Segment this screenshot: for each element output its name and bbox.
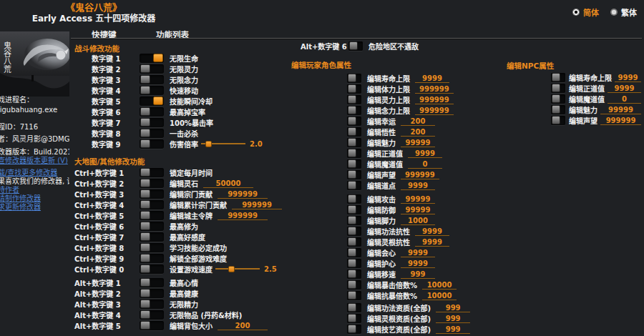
slider-handle[interactable]	[205, 141, 212, 147]
toggle-switch[interactable]	[140, 232, 164, 242]
checkbox[interactable]	[347, 280, 361, 290]
request-make-link[interactable]: 申请制作修改器	[0, 194, 69, 203]
value-input[interactable]: 9999	[415, 227, 449, 236]
checkbox[interactable]	[347, 270, 361, 279]
value-input[interactable]: 200	[401, 117, 435, 126]
value-input[interactable]: 9999	[608, 84, 641, 93]
checkbox[interactable]	[551, 84, 565, 93]
value-input[interactable]: 999999	[415, 85, 454, 94]
checkbox[interactable]	[347, 149, 361, 158]
request-update-link[interactable]: 请求更新修改器	[0, 203, 69, 212]
toggle-switch[interactable]	[140, 254, 164, 263]
toggle-switch[interactable]	[348, 41, 363, 51]
radio-unselected-icon[interactable]	[610, 9, 618, 16]
support-author-link[interactable]: 支持作者	[0, 186, 69, 194]
checkbox[interactable]	[347, 106, 361, 115]
value-input[interactable]: 9999	[401, 260, 435, 268]
checkbox[interactable]	[347, 325, 361, 334]
checkbox[interactable]	[551, 94, 565, 104]
checkbox[interactable]	[347, 181, 361, 190]
toggle-switch[interactable]	[140, 97, 164, 106]
value-input[interactable]: 999999	[218, 190, 268, 199]
value-input[interactable]: 0	[408, 160, 442, 169]
lang-option-simplified[interactable]: 简体	[572, 6, 599, 18]
toggle-switch[interactable]	[140, 211, 164, 220]
value-input[interactable]: 200	[218, 322, 268, 330]
value-input[interactable]: 999999	[415, 96, 454, 104]
checkbox[interactable]	[347, 159, 361, 169]
check-update-link[interactable]: 检查修改器版本更新 (V)	[0, 157, 69, 165]
value-input[interactable]: 1000	[401, 217, 435, 225]
value-input[interactable]: 999999	[218, 212, 268, 220]
checkbox[interactable]	[551, 73, 565, 82]
value-input[interactable]: 9999	[615, 74, 641, 82]
slider-handle[interactable]	[228, 266, 235, 272]
toggle-switch[interactable]	[140, 243, 164, 252]
value-input[interactable]: 10000	[422, 292, 457, 300]
toggle-switch[interactable]	[140, 265, 164, 274]
checkbox[interactable]	[347, 84, 361, 94]
checkbox[interactable]	[347, 170, 361, 179]
checkbox[interactable]	[347, 95, 361, 104]
checkbox[interactable]	[347, 138, 361, 147]
toggle-switch[interactable]	[140, 310, 164, 320]
toggle-switch[interactable]	[140, 278, 164, 287]
lang-option-traditional[interactable]: 繁体	[610, 6, 637, 18]
value-input[interactable]: 999999	[600, 117, 641, 125]
slider[interactable]	[201, 141, 245, 147]
checkbox[interactable]	[347, 291, 361, 300]
value-input[interactable]: 50000	[203, 179, 253, 188]
toggle-switch[interactable]	[140, 54, 164, 63]
checkbox[interactable]	[347, 194, 361, 204]
value-input[interactable]: 999	[436, 304, 470, 312]
checkbox[interactable]	[347, 74, 361, 83]
lang-label-traditional[interactable]: 繁体	[621, 6, 637, 18]
lang-label-simplified[interactable]: 简体	[583, 6, 599, 18]
toggle-switch[interactable]	[140, 86, 164, 95]
checkbox[interactable]	[347, 248, 361, 257]
value-input[interactable]: 9999	[415, 238, 449, 247]
value-input[interactable]: 9999	[415, 74, 449, 83]
toggle-switch[interactable]	[140, 64, 164, 74]
checkbox[interactable]	[347, 259, 361, 268]
value-input[interactable]: 0	[608, 95, 641, 104]
toggle-switch[interactable]	[140, 118, 164, 127]
toggle-switch[interactable]	[140, 189, 164, 199]
toggle-switch[interactable]	[140, 321, 164, 330]
toggle-switch[interactable]	[140, 129, 164, 138]
toggle-switch[interactable]	[140, 289, 164, 298]
value-input[interactable]: 9999	[408, 149, 442, 158]
toggle-switch[interactable]	[140, 139, 164, 149]
toggle-switch[interactable]	[140, 168, 164, 177]
checkbox[interactable]	[347, 314, 361, 323]
toggle-switch[interactable]	[140, 200, 164, 209]
value-input[interactable]: 999999	[232, 201, 282, 209]
slider-track[interactable]	[215, 268, 260, 270]
value-input[interactable]: 9999	[401, 249, 435, 257]
value-input[interactable]: 200	[401, 128, 435, 137]
checkbox[interactable]	[347, 117, 361, 126]
value-input[interactable]: 9999	[401, 182, 435, 190]
more-trainers-link[interactable]: 下载/查找更多修改器	[0, 169, 69, 177]
checkbox[interactable]	[347, 127, 361, 137]
value-input[interactable]: 999	[436, 325, 470, 334]
value-input[interactable]: 10000	[422, 281, 457, 290]
checkbox[interactable]	[347, 237, 361, 247]
checkbox[interactable]	[347, 216, 361, 225]
toggle-switch[interactable]	[140, 222, 164, 231]
slider[interactable]	[215, 266, 260, 272]
checkbox[interactable]	[347, 205, 361, 214]
value-input[interactable]: 999999	[415, 107, 454, 115]
toggle-switch[interactable]	[140, 107, 164, 117]
checkbox[interactable]	[347, 303, 361, 312]
checkbox[interactable]	[347, 227, 361, 236]
checkbox[interactable]	[551, 105, 565, 114]
value-input[interactable]: 999	[401, 270, 435, 279]
value-input[interactable]: 999	[436, 315, 470, 323]
toggle-switch[interactable]	[140, 179, 164, 188]
value-input[interactable]: 99999	[401, 139, 435, 147]
value-input[interactable]: 999999	[401, 171, 439, 179]
radio-selected-icon[interactable]	[572, 9, 580, 16]
checkbox[interactable]	[551, 116, 565, 125]
toggle-switch[interactable]	[140, 75, 164, 84]
